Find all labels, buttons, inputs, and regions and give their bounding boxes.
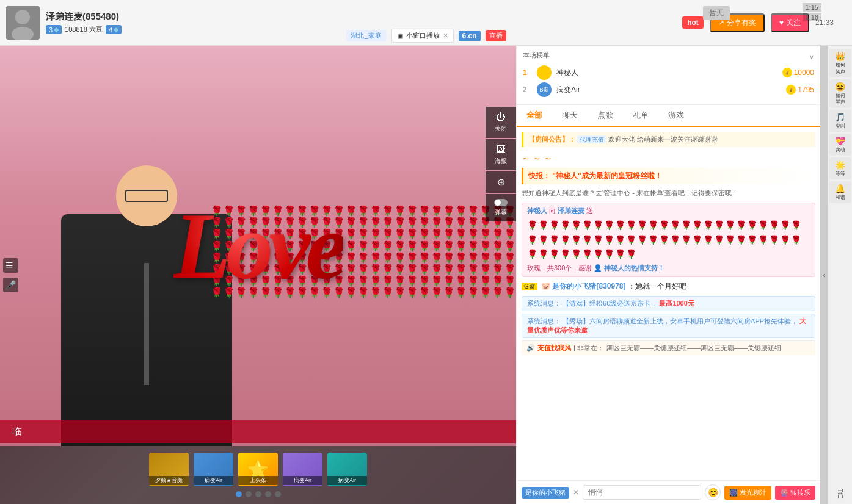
room-notice: 【房间公告】： 代理充值 欢迎大佬 给萌新来一波关注谢谢谢谢 — [522, 132, 815, 147]
rp-item-3[interactable]: 💝 卖萌 — [829, 134, 851, 156]
inline-rose: 🌹 — [659, 233, 669, 247]
inline-rose: 🌹 — [538, 218, 548, 232]
chat-messages: 【房间公告】： 代理充值 欢迎大佬 给萌新来一波关注谢谢谢谢 ～ ～ ～ 快报：… — [517, 127, 820, 480]
gift-target: 泽弟连麦 — [558, 207, 584, 214]
inline-rose: 🌹 — [571, 247, 581, 261]
leaderboard-collapse[interactable]: ∨ — [809, 53, 814, 61]
inline-rose: 🌹 — [560, 247, 570, 261]
rp-item-4[interactable]: 🌟 等等 — [829, 157, 851, 179]
site-logo: 6.cn — [459, 31, 481, 41]
rp-item-0[interactable]: 👑 如何笑声 — [829, 49, 851, 77]
inline-rose: 🌹 — [582, 218, 592, 232]
caption-text: 临 — [12, 426, 22, 436]
video-controls: 夕颜★音颜 病变Air ⭐ 上头条 病变Air — [0, 446, 516, 504]
inline-rose: 🌹 — [549, 247, 559, 261]
mini-player-bar[interactable]: ▣ 小窗口播放 ✕ — [391, 29, 454, 43]
inline-rose: 🌹 — [747, 233, 757, 247]
vip-badge: 4 ◆ — [106, 25, 122, 34]
sticker-button[interactable]: 🎆 发光糊汁 — [724, 486, 771, 500]
thumb-special[interactable]: ⭐ 上头条 — [238, 453, 278, 486]
user-tag-g: G窗 — [522, 283, 537, 290]
vip-num: 4 — [109, 26, 112, 34]
sys-prefix-0: 系统消息： — [527, 300, 561, 307]
streamer-avatar — [6, 6, 40, 40]
inline-rose: 🌹 — [582, 247, 592, 261]
inline-rose: 🌹 — [626, 247, 636, 261]
video-area: 🎁 2,601 — [0, 46, 516, 504]
panel-collapse[interactable]: ‹ — [820, 46, 828, 504]
mini-player-close-icon[interactable]: ✕ — [443, 32, 448, 40]
inline-rose: 🌹 — [648, 218, 658, 232]
broadcast-times: 1:15 1:16 — [803, 3, 821, 21]
tab-games[interactable]: 游戏 — [658, 105, 694, 126]
share-side-button[interactable]: ⊕ — [486, 171, 516, 193]
rp-item-1[interactable]: 😆 如何哭声 — [829, 79, 851, 108]
mic-icon[interactable]: 🎤 — [3, 278, 18, 292]
rank-name-1: 病变Air — [556, 85, 781, 95]
dot-4[interactable] — [275, 491, 281, 497]
msg-text-0: ：她就一个月好吧 — [628, 282, 686, 290]
inline-rose: 🌹 — [670, 218, 680, 232]
inline-rose: 🌹 — [527, 233, 537, 247]
tab-all[interactable]: 全部 — [517, 105, 552, 127]
btime-2: 1:16 — [803, 13, 821, 21]
inline-rose: 🌹 — [571, 233, 581, 247]
flash-text: "神秘人"成为最新的皇冠粉丝啦！ — [552, 171, 661, 180]
mini-player-label: 小窗口播放 — [406, 31, 440, 40]
rp-item-2[interactable]: 🎵 尖叫 — [829, 110, 851, 132]
poster-button[interactable]: 🖼 海报 — [486, 139, 516, 170]
menu-icon[interactable]: ☰ — [3, 258, 18, 273]
streamer-head — [116, 165, 177, 226]
promotion-bar: 🔊 充值找我风 | 非常在： 舞区巨无霸——关键腰还细——舞区巨无霸——关键腰还… — [522, 340, 815, 355]
tab-gifts[interactable]: 礼单 — [623, 105, 658, 126]
level-num: 3 — [49, 26, 53, 34]
right-panel: 👑 如何笑声 😆 如何哭声 🎵 尖叫 💝 卖萌 🌟 等等 🔔 和谐 TtE — [828, 46, 852, 504]
avatar-img — [6, 6, 40, 40]
thumb-3[interactable]: 病变Air — [327, 453, 367, 486]
tab-chat[interactable]: 聊天 — [552, 105, 588, 126]
rp-icon-0: 👑 — [835, 51, 845, 61]
dot-2[interactable] — [255, 491, 261, 497]
dot-0[interactable] — [236, 491, 242, 497]
thumb-0[interactable]: 夕颜★音颜 — [149, 453, 189, 486]
dot-3[interactable] — [265, 491, 271, 497]
inline-rose: 🌹 — [769, 218, 779, 232]
inline-rose: 🌹 — [604, 247, 614, 261]
mic-stand — [144, 263, 149, 385]
sys-text-1: 【秀场】六间房语聊频道全新上线，安卓手机用户可登陆六间房APP抢先体验， — [563, 317, 798, 325]
rank-name-0: 神秘人 — [556, 68, 777, 78]
close-control-button[interactable]: ⏻ 关闭 — [486, 107, 516, 138]
dot-1[interactable] — [246, 491, 252, 497]
main-content: 🎁 2,601 — [0, 46, 852, 504]
inline-rose: 🌹 — [747, 218, 757, 232]
rank-coins-1: 💰 1795 — [786, 85, 814, 95]
input-close-icon[interactable]: ✕ — [573, 488, 579, 497]
top-bar: 泽弟连麦(855480) 3 ◆ 108818 六豆 4 ◆ hot ↗ 分享有… — [0, 0, 852, 46]
thumb-1[interactable]: 病变Air — [194, 453, 233, 486]
level-badge: 3 ◆ — [46, 25, 62, 34]
coin-icon-0: 💰 — [782, 68, 792, 77]
location-tag: 湖北_家庭 — [346, 30, 386, 41]
inline-rose: 🌹 — [725, 233, 735, 247]
inline-rose: 🌹 — [758, 233, 768, 247]
inline-rose: 🌹 — [593, 218, 603, 232]
danmu-toggle[interactable]: 弹幕 — [486, 194, 516, 221]
emoji-button[interactable]: 😊 — [705, 484, 721, 500]
notice-text: 欢迎大佬 给萌新来一波关注谢谢谢谢 — [608, 135, 718, 143]
streamer-badges: 3 ◆ 108818 六豆 4 ◆ — [46, 25, 122, 34]
rp-icon-1: 😆 — [835, 82, 845, 92]
rp-label-0: 如何笑声 — [836, 62, 845, 75]
thumb-2[interactable]: 病变Air — [283, 453, 322, 486]
chat-input[interactable] — [583, 485, 701, 500]
rp-label-1: 如何哭声 — [836, 92, 845, 106]
inline-rose: 🌹 — [736, 218, 746, 232]
temp-placeholder: 暂无 — [703, 6, 730, 20]
pagination-dots — [236, 491, 281, 497]
tab-songs[interactable]: 点歌 — [588, 105, 623, 126]
gift-button[interactable]: 🎡 转转乐 — [775, 486, 815, 500]
danmu-toggle-dot — [494, 199, 508, 206]
inline-rose: 🌹 — [692, 218, 702, 232]
inline-rose: 🌹 — [560, 218, 570, 232]
rp-item-5[interactable]: 🔔 和谐 — [829, 181, 851, 203]
coin-icon-1: 💰 — [786, 85, 796, 95]
